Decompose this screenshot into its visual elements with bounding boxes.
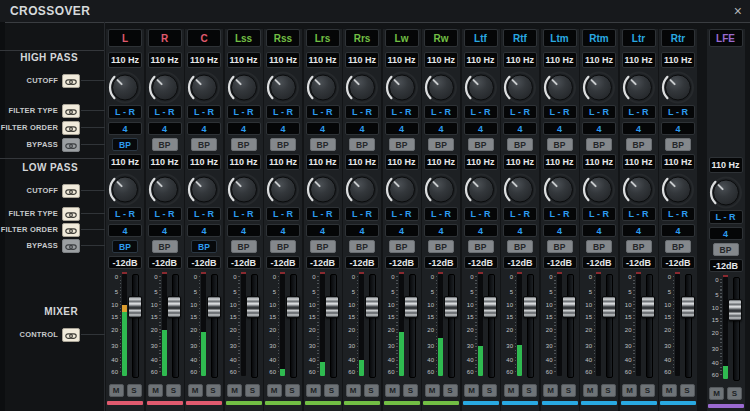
lp-cutoff-value[interactable]: 110 Hz xyxy=(266,154,300,170)
mute-button[interactable]: M xyxy=(709,387,724,400)
lp-filter-type[interactable]: L - R xyxy=(709,210,743,224)
lp-cutoff-knob[interactable] xyxy=(227,172,261,206)
gain-value[interactable]: -12dB xyxy=(661,256,695,269)
hp-cutoff-value[interactable]: 110 Hz xyxy=(227,52,261,68)
lp-filter-type[interactable]: L - R xyxy=(622,207,656,221)
hp-bypass-button[interactable]: BP xyxy=(191,138,217,151)
mute-button[interactable]: M xyxy=(622,384,637,397)
lp-cutoff-knob[interactable] xyxy=(622,172,656,206)
lp-cutoff-value[interactable]: 110 Hz xyxy=(709,157,743,173)
lp-cutoff-value[interactable]: 110 Hz xyxy=(108,154,142,170)
hp-filter-order[interactable]: 4 xyxy=(503,122,537,135)
fader-handle[interactable] xyxy=(681,296,695,318)
lp-cutoff-value[interactable]: 110 Hz xyxy=(385,154,419,170)
gain-value[interactable]: -12dB xyxy=(622,256,656,269)
gain-value[interactable]: -12dB xyxy=(464,256,498,269)
fader-handle[interactable] xyxy=(246,296,260,318)
lp-filter-type[interactable]: L - R xyxy=(266,207,300,221)
solo-button[interactable]: S xyxy=(640,384,655,397)
lp-cutoff-value[interactable]: 110 Hz xyxy=(227,154,261,170)
solo-button[interactable]: S xyxy=(245,384,260,397)
lp-cutoff-knob[interactable] xyxy=(464,172,498,206)
lp-cutoff-knob[interactable] xyxy=(543,172,577,206)
hp-bypass-button[interactable]: BP xyxy=(507,138,533,151)
fader-handle[interactable] xyxy=(444,296,458,318)
lp-cutoff-value[interactable]: 110 Hz xyxy=(424,154,458,170)
lp-bypass-button[interactable]: BP xyxy=(152,240,178,253)
lp-filter-type[interactable]: L - R xyxy=(543,207,577,221)
fader-track[interactable] xyxy=(567,274,574,378)
hp-filter-order[interactable]: 4 xyxy=(622,122,656,135)
hp-filter-type[interactable]: L - R xyxy=(622,105,656,119)
hp-bypass-button[interactable]: BP xyxy=(428,138,454,151)
lp-bypass-button[interactable]: BP xyxy=(586,240,612,253)
hp-cutoff-value[interactable]: 110 Hz xyxy=(108,52,142,68)
hp-filter-order[interactable]: 4 xyxy=(227,122,261,135)
fader-track[interactable] xyxy=(330,274,337,378)
hp-cutoff-knob[interactable] xyxy=(385,70,419,104)
fader-track[interactable] xyxy=(646,274,653,378)
lp-filter-type[interactable]: L - R xyxy=(187,207,221,221)
hp-cutoff-knob[interactable] xyxy=(424,70,458,104)
lp-bypass-button[interactable]: BP xyxy=(191,240,217,253)
link-toggle-high-pass-bypass[interactable] xyxy=(62,138,80,152)
lp-filter-type[interactable]: L - R xyxy=(661,207,695,221)
hp-filter-order[interactable]: 4 xyxy=(543,122,577,135)
hp-filter-order[interactable]: 4 xyxy=(187,122,221,135)
lp-filter-type[interactable]: L - R xyxy=(424,207,458,221)
lp-bypass-button[interactable]: BP xyxy=(349,240,375,253)
mute-button[interactable]: M xyxy=(385,384,400,397)
gain-value[interactable]: -12dB xyxy=(306,256,340,269)
hp-cutoff-knob[interactable] xyxy=(661,70,695,104)
hp-filter-type[interactable]: L - R xyxy=(148,105,182,119)
hp-filter-order[interactable]: 4 xyxy=(385,122,419,135)
hp-cutoff-value[interactable]: 110 Hz xyxy=(424,52,458,68)
hp-cutoff-value[interactable]: 110 Hz xyxy=(345,52,379,68)
hp-cutoff-value[interactable]: 110 Hz xyxy=(503,52,537,68)
lp-bypass-button[interactable]: BP xyxy=(547,240,573,253)
lp-cutoff-knob[interactable] xyxy=(345,172,379,206)
lp-filter-type[interactable]: L - R xyxy=(148,207,182,221)
fader-track[interactable] xyxy=(172,274,179,378)
lp-filter-type[interactable]: L - R xyxy=(464,207,498,221)
lp-cutoff-value[interactable]: 110 Hz xyxy=(503,154,537,170)
hp-filter-order[interactable]: 4 xyxy=(148,122,182,135)
solo-button[interactable]: S xyxy=(166,384,181,397)
hp-cutoff-knob[interactable] xyxy=(622,70,656,104)
fader-handle[interactable] xyxy=(404,296,418,318)
mute-button[interactable]: M xyxy=(188,384,203,397)
lp-cutoff-knob[interactable] xyxy=(424,172,458,206)
lp-bypass-button[interactable]: BP xyxy=(112,240,138,253)
gain-value[interactable]: -12dB xyxy=(187,256,221,269)
lp-filter-order[interactable]: 4 xyxy=(227,224,261,237)
fader-track[interactable] xyxy=(606,274,613,378)
mute-button[interactable]: M xyxy=(306,384,321,397)
hp-filter-type[interactable]: L - R xyxy=(306,105,340,119)
lp-cutoff-value[interactable]: 110 Hz xyxy=(345,154,379,170)
solo-button[interactable]: S xyxy=(285,384,300,397)
fader-track[interactable] xyxy=(733,277,740,381)
lp-filter-order[interactable]: 4 xyxy=(108,224,142,237)
lp-cutoff-value[interactable]: 110 Hz xyxy=(543,154,577,170)
solo-button[interactable]: S xyxy=(324,384,339,397)
solo-button[interactable]: S xyxy=(364,384,379,397)
hp-cutoff-value[interactable]: 110 Hz xyxy=(464,52,498,68)
hp-filter-order[interactable]: 4 xyxy=(108,122,142,135)
mute-button[interactable]: M xyxy=(227,384,242,397)
hp-filter-type[interactable]: L - R xyxy=(503,105,537,119)
link-toggle-high-pass-cutoff[interactable] xyxy=(62,74,80,88)
lp-filter-type[interactable]: L - R xyxy=(345,207,379,221)
lp-filter-order[interactable]: 4 xyxy=(148,224,182,237)
hp-filter-order[interactable]: 4 xyxy=(266,122,300,135)
hp-filter-order[interactable]: 4 xyxy=(306,122,340,135)
lp-cutoff-value[interactable]: 110 Hz xyxy=(187,154,221,170)
close-icon[interactable]: × xyxy=(734,2,742,20)
gain-value[interactable]: -12dB xyxy=(108,256,142,269)
hp-cutoff-value[interactable]: 110 Hz xyxy=(543,52,577,68)
lp-bypass-button[interactable]: BP xyxy=(665,240,691,253)
fader-handle[interactable] xyxy=(641,296,655,318)
lp-cutoff-knob[interactable] xyxy=(709,175,743,209)
hp-cutoff-knob[interactable] xyxy=(227,70,261,104)
fader-handle[interactable] xyxy=(167,296,181,318)
solo-button[interactable]: S xyxy=(601,384,616,397)
